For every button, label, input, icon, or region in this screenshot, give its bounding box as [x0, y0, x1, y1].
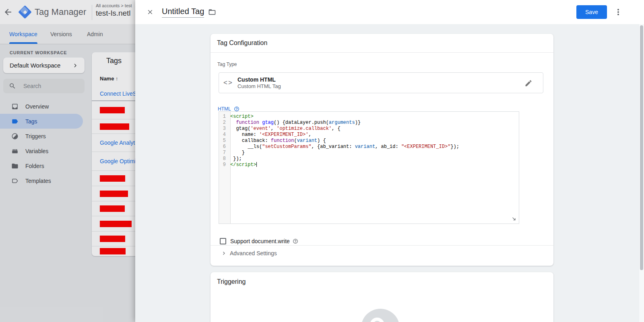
- help-icon[interactable]: [234, 106, 239, 112]
- code-line: 4 name: '<EXPERIMENT_ID>',: [219, 132, 519, 138]
- advanced-settings-toggle[interactable]: Advanced Settings: [221, 250, 277, 256]
- scrollbar-thumb[interactable]: [640, 25, 643, 270]
- support-document-write-row: Support document.write: [220, 238, 298, 244]
- html-code-editor[interactable]: 1<script>2 function gtag() {dataLayer.pu…: [219, 111, 519, 224]
- scrollbar-track[interactable]: [639, 24, 644, 322]
- tag-name-input[interactable]: Untitled Tag: [162, 7, 204, 18]
- triggering-title: Triggering: [217, 278, 246, 285]
- support-document-write-label: Support document.write: [230, 238, 290, 244]
- tag-configuration-title-row: Tag Configuration: [211, 34, 553, 53]
- chevron-right-icon: [221, 251, 226, 256]
- tag-type-selector[interactable]: <> Custom HTML Custom HTML Tag: [219, 72, 543, 93]
- code-line: 2 function gtag() {dataLayer.push(argume…: [219, 120, 519, 126]
- folder-icon[interactable]: [208, 8, 216, 16]
- code-line: 6 __ls("setCustomParams", {ab_variant: v…: [219, 144, 519, 150]
- code-line: 1<script>: [219, 114, 519, 120]
- tag-editor-header: Untitled Tag Save: [135, 0, 644, 24]
- tag-configuration-title: Tag Configuration: [217, 39, 267, 47]
- support-document-write-checkbox[interactable]: [220, 238, 226, 244]
- tag-configuration-card: Tag Configuration Tag Type <> Custom HTM…: [211, 34, 553, 266]
- save-button[interactable]: Save: [576, 5, 607, 19]
- more-options-icon[interactable]: [613, 7, 623, 17]
- help-icon[interactable]: [293, 238, 298, 244]
- edit-pencil-icon[interactable]: [524, 79, 533, 87]
- tag-editor-body: Tag Configuration Tag Type <> Custom HTM…: [135, 24, 644, 322]
- tag-type-name: Custom HTML: [237, 76, 281, 83]
- code-line: 9</script>: [219, 162, 519, 168]
- html-field-label: HTML: [218, 106, 231, 112]
- advanced-settings-label: Advanced Settings: [230, 250, 277, 256]
- code-line: 5 callback: function(variant) {: [219, 138, 519, 144]
- tag-type-description: Custom HTML Tag: [237, 83, 281, 89]
- close-icon[interactable]: [147, 8, 154, 16]
- code-brackets-icon: <>: [219, 79, 237, 87]
- trigger-placeholder-icon: [361, 309, 400, 322]
- code-line: 3 gtag('event', 'optimize.callback', {: [219, 126, 519, 132]
- triggering-card: Triggering: [211, 272, 553, 322]
- tag-type-label: Tag Type: [217, 62, 237, 67]
- section-divider: [211, 245, 553, 246]
- html-field-label-row: HTML: [218, 106, 239, 112]
- code-line: 7 }: [219, 150, 519, 156]
- triggering-title-row: Triggering: [211, 272, 553, 291]
- code-line: 8 });: [219, 156, 519, 162]
- tag-editor-panel: Untitled Tag Save Tag Configuration Tag …: [135, 0, 644, 322]
- code-lines: 1<script>2 function gtag() {dataLayer.pu…: [219, 114, 519, 168]
- resize-handle-icon[interactable]: [511, 216, 517, 222]
- text-cursor: [256, 162, 257, 167]
